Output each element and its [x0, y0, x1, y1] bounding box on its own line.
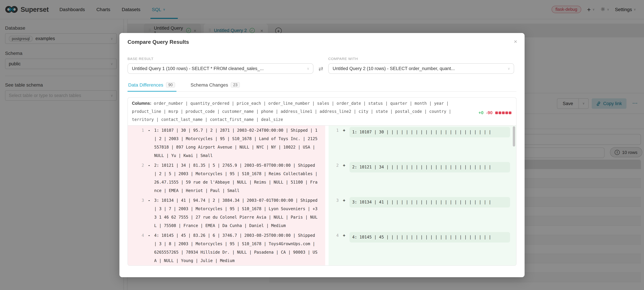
severity-square: [498, 111, 501, 114]
modal-tab-label: Schema Changes: [190, 82, 228, 88]
diff-removed-row: 2-2: 10121 | 34 | 81.35 | 5 | 2765.9 | 2…: [128, 161, 325, 196]
severity-square: [502, 111, 505, 114]
columns-line: territory | contact_last_name | contact_…: [132, 116, 512, 124]
columns-line: Columns: order_number | quantity_ordered…: [132, 99, 512, 108]
diff-removed-panel: 1-1: 10107 | 30 | 95.7 | 2 | 2871 | 2003…: [128, 126, 325, 266]
diff-removed-row: 1-1: 10107 | 30 | 95.7 | 2 | 2871 | 2003…: [128, 126, 325, 161]
columns-header: Columns: order_number | quantity_ordered…: [128, 98, 516, 126]
modal-tab-label: Data Differences: [128, 82, 163, 88]
added-row-text: 3: 10134 | 41 | | | | | | | | | | | | | …: [352, 200, 491, 204]
line-number: 4: [128, 231, 144, 265]
diff-panel-gap: [325, 126, 328, 266]
removed-sign: -: [144, 231, 154, 265]
base-result-label: BASE RESULT: [128, 57, 314, 61]
compare-query-results-modal: × Compare Query Results BASE RESULT COMP…: [120, 33, 524, 277]
removed-row-text: 3: 10134 | 41 | 94.74 | 2 | 3884.34 | 20…: [154, 196, 318, 230]
tab-count-badge: 23: [231, 82, 240, 88]
diff-removed-row: 4-4: 10145 | 45 | 83.26 | 6 | 3746.7 | 2…: [128, 231, 325, 266]
compare-with-select[interactable]: Untitled Query 2 (10 rows) - SELECT orde…: [328, 63, 514, 74]
line-number: 2: [128, 161, 144, 195]
severity-squares: [495, 111, 512, 114]
added-row-block: 2: 10121 | 34 | | | | | | | | | | | | | …: [350, 162, 510, 172]
diff-scrollbar-thumb[interactable]: [513, 126, 515, 146]
added-sign: +: [339, 231, 350, 265]
diff-added-row: 1+1: 10107 | 30 | | | | | | | | | | | | …: [328, 126, 516, 161]
compare-with-value: Untitled Query 2 (10 rows) - SELECT orde…: [333, 66, 455, 71]
line-number: 4: [330, 231, 339, 265]
base-result-value: Untitled Query 1 (100 rows) - SELECT * F…: [132, 66, 264, 71]
removed-row-text: 1: 10107 | 30 | 95.7 | 2 | 2871 | 2003-0…: [154, 126, 318, 160]
line-number: 1: [128, 126, 144, 160]
diff-removed-row: 3-3: 10134 | 41 | 94.74 | 2 | 3884.34 | …: [128, 196, 325, 231]
removed-count: -90: [486, 110, 492, 115]
line-number: 1: [330, 126, 339, 160]
line-number: 3: [128, 196, 144, 230]
diff-scrollbar[interactable]: [513, 126, 515, 266]
line-number: 3: [330, 196, 339, 230]
diff-added-row: 3+3: 10134 | 41 | | | | | | | | | | | | …: [328, 196, 516, 231]
severity-square: [509, 111, 512, 114]
chevron-down-icon: ∨: [508, 67, 510, 70]
modal-tab-schema-changes[interactable]: Schema Changes23: [190, 80, 240, 91]
removed-row-text: 4: 10145 | 45 | 83.26 | 6 | 3746.7 | 200…: [154, 231, 318, 265]
base-result-select[interactable]: Untitled Query 1 (100 rows) - SELECT * F…: [128, 63, 314, 74]
diff-added-panel: 1+1: 10107 | 30 | | | | | | | | | | | | …: [328, 126, 516, 266]
modal-title: Compare Query Results: [128, 39, 516, 45]
removed-sign: -: [144, 196, 154, 230]
close-icon[interactable]: ×: [514, 38, 517, 45]
swap-queries-button[interactable]: ⇄: [314, 63, 328, 74]
columns-line: product_line | msrp | product_code | cus…: [132, 108, 512, 116]
modal-tab-data-differences[interactable]: Data Differences90: [128, 80, 176, 91]
modal-tabs: Data Differences90Schema Changes23: [128, 80, 516, 92]
diff-container: Columns: order_number | quantity_ordered…: [128, 97, 516, 266]
added-sign: +: [339, 126, 350, 160]
compare-with-label: COMPARE WITH: [328, 57, 514, 61]
added-row-block: 1: 10107 | 30 | | | | | | | | | | | | | …: [350, 127, 510, 138]
app-root: Superset DashboardsChartsDatasetsSQL∨ fl…: [0, 0, 644, 290]
added-row-text: 1: 10107 | 30 | | | | | | | | | | | | | …: [352, 130, 491, 134]
added-sign: +: [339, 161, 350, 195]
chevron-down-icon: ∨: [307, 67, 309, 70]
removed-row-text: 2: 10121 | 34 | 81.35 | 5 | 2765.9 | 200…: [154, 161, 318, 195]
added-row-block: 3: 10134 | 41 | | | | | | | | | | | | | …: [350, 197, 510, 207]
tab-count-badge: 90: [166, 82, 175, 88]
severity-square: [495, 111, 498, 114]
added-row-block: 4: 10145 | 45 | | | | | | | | | | | | | …: [350, 232, 510, 243]
severity-square: [505, 111, 508, 114]
diff-added-row: 2+2: 10121 | 34 | | | | | | | | | | | | …: [328, 161, 516, 196]
diff-stats: +0 -90: [478, 110, 512, 115]
added-count: +0: [478, 110, 484, 115]
columns-label: Columns:: [132, 101, 151, 106]
compare-selectors: BASE RESULT COMPARE WITH Untitled Query …: [128, 57, 516, 74]
added-row-text: 2: 10121 | 34 | | | | | | | | | | | | | …: [352, 165, 491, 169]
line-number: 2: [330, 161, 339, 195]
removed-sign: -: [144, 161, 154, 195]
removed-sign: -: [144, 126, 154, 160]
swap-icon: ⇄: [318, 65, 323, 72]
added-row-text: 4: 10145 | 45 | | | | | | | | | | | | | …: [352, 235, 491, 240]
added-sign: +: [339, 196, 350, 230]
diff-viewport[interactable]: 1-1: 10107 | 30 | 95.7 | 2 | 2871 | 2003…: [128, 126, 516, 266]
diff-added-row: 4+4: 10145 | 45 | | | | | | | | | | | | …: [328, 231, 516, 266]
